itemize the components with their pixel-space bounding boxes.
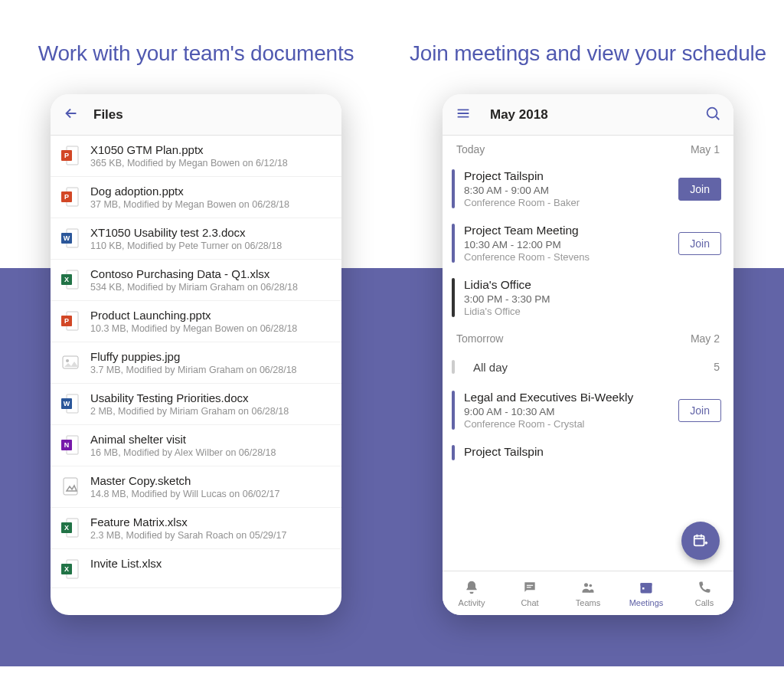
- powerpoint-file-icon: P: [61, 145, 80, 166]
- file-name: Fluffy puppies.jpg: [90, 350, 329, 363]
- phone-meetings: May 2018 TodayMay 1 Project Tailspin 8:3…: [443, 94, 733, 615]
- nav-label: Teams: [576, 598, 600, 607]
- excel-file-icon: X: [61, 517, 80, 538]
- file-meta: 2.3 MB, Modified by Sarah Roach on 05/29…: [90, 530, 329, 541]
- file-row[interactable]: N Animal shelter visit 16 MB, Modified b…: [51, 425, 341, 466]
- column-meetings: Join meetings and view your schedule May…: [392, 0, 784, 697]
- back-arrow-icon[interactable]: [63, 105, 80, 125]
- excel-file-icon: X: [61, 558, 80, 580]
- allday-label: All day: [473, 361, 714, 374]
- meeting-row[interactable]: Project Tailspin 8:30 AM - 9:00 AM Confe…: [443, 162, 733, 216]
- file-row[interactable]: P X1050 GTM Plan.pptx 365 KB, Modified b…: [51, 136, 341, 177]
- file-name: Usability Testing Priorities.docx: [90, 391, 329, 404]
- file-row[interactable]: P Product Launching.pptx 10.3 MB, Modifi…: [51, 301, 341, 342]
- headline-right: Join meetings and view your schedule: [410, 40, 766, 67]
- svg-rect-47: [642, 587, 645, 590]
- powerpoint-file-icon: P: [61, 310, 80, 332]
- meeting-bar: [452, 169, 455, 208]
- file-meta: 14.8 MB, Modified by Will Lucas on 06/02…: [90, 489, 329, 499]
- onenote-file-icon: N: [61, 434, 80, 456]
- file-meta: 16 MB, Modified by Alex Wilber on 06/28/…: [90, 447, 329, 458]
- meeting-bar: [452, 391, 455, 430]
- meeting-row[interactable]: Lidia's Office 3:00 PM - 3:30 PM Lidia's…: [443, 270, 733, 325]
- file-meta: 10.3 MB, Modified by Megan Bowen on 06/2…: [90, 323, 329, 334]
- svg-rect-35: [694, 536, 704, 546]
- file-meta: 3.7 MB, Modified by Miriam Graham on 06/…: [90, 365, 329, 375]
- svg-text:X: X: [64, 524, 69, 532]
- join-button[interactable]: Join: [678, 178, 721, 201]
- svg-rect-23: [64, 478, 77, 495]
- file-row[interactable]: X Contoso Purchasing Data - Q1.xlsx 534 …: [51, 260, 341, 301]
- day-section-header: TomorrowMay 2: [443, 325, 733, 351]
- meeting-row[interactable]: Legal and Executives Bi-Weekly 9:00 AM -…: [443, 383, 733, 437]
- join-button[interactable]: Join: [678, 399, 721, 422]
- nav-item-activity[interactable]: Activity: [443, 571, 501, 615]
- svg-text:P: P: [64, 193, 69, 201]
- day-date: May 2: [691, 332, 720, 345]
- svg-text:X: X: [64, 565, 69, 573]
- svg-point-33: [707, 107, 717, 117]
- file-meta: 365 KB, Modified by Megan Bowen on 6/12/…: [90, 158, 329, 169]
- meeting-location: Lidia's Office: [464, 306, 721, 317]
- file-meta: 2 MB, Modified by Miriam Graham on 06/28…: [90, 406, 329, 417]
- nav-item-chat[interactable]: Chat: [501, 571, 559, 615]
- day-label: Today: [456, 143, 485, 155]
- file-name: XT1050 Usability test 2.3.docx: [90, 226, 329, 239]
- meeting-title: Lidia's Office: [464, 278, 721, 292]
- meetings-body[interactable]: TodayMay 1 Project Tailspin 8:30 AM - 9:…: [443, 136, 733, 571]
- day-section-header: TodayMay 1: [443, 136, 733, 162]
- file-row[interactable]: Master Copy.sketch 14.8 MB, Modified by …: [51, 466, 341, 508]
- meeting-time: 8:30 AM - 9:00 AM: [464, 185, 678, 196]
- meetings-title: May 2018: [490, 107, 548, 123]
- file-name: Product Launching.pptx: [90, 309, 329, 322]
- meeting-row[interactable]: Project Team Meeting 10:30 AM - 12:00 PM…: [443, 216, 733, 270]
- nav-label: Meetings: [629, 598, 664, 607]
- file-row[interactable]: X Invite List.xlsx: [51, 549, 341, 588]
- day-date: May 1: [691, 143, 720, 155]
- search-icon[interactable]: [704, 105, 721, 125]
- svg-text:P: P: [64, 317, 69, 325]
- file-name: Animal shelter visit: [90, 433, 329, 446]
- file-name: Master Copy.sketch: [90, 474, 329, 487]
- file-list[interactable]: P X1050 GTM Plan.pptx 365 KB, Modified b…: [51, 136, 341, 615]
- hamburger-icon[interactable]: [455, 105, 472, 125]
- file-meta: 534 KB, Modified by Miriam Graham on 06/…: [90, 282, 329, 293]
- meeting-title: Project Tailspin: [464, 445, 721, 459]
- file-row[interactable]: X Feature Matrix.xlsx 2.3 MB, Modified b…: [51, 508, 341, 549]
- svg-text:W: W: [64, 400, 70, 407]
- file-row[interactable]: P Dog adoption.pptx 37 MB, Modified by M…: [51, 177, 341, 218]
- nav-item-meetings[interactable]: Meetings: [617, 571, 675, 615]
- svg-text:X: X: [64, 276, 69, 283]
- bottom-nav: ActivityChatTeamsMeetingsCalls: [443, 571, 733, 615]
- activity-icon: [464, 580, 479, 597]
- files-appbar: Files: [51, 94, 341, 136]
- file-row[interactable]: W Usability Testing Priorities.docx 2 MB…: [51, 384, 341, 425]
- day-label: Tomorrow: [456, 332, 503, 345]
- svg-rect-42: [527, 587, 531, 587]
- nav-item-calls[interactable]: Calls: [675, 571, 733, 615]
- word-file-icon: W: [61, 393, 80, 414]
- phone-files: Files P X1050 GTM Plan.pptx 365 KB, Modi…: [51, 94, 341, 615]
- nav-item-teams[interactable]: Teams: [559, 571, 617, 615]
- meeting-title: Project Tailspin: [464, 169, 678, 183]
- files-title: Files: [93, 107, 123, 123]
- svg-text:P: P: [64, 152, 69, 159]
- file-name: Invite List.xlsx: [90, 557, 329, 570]
- svg-text:N: N: [64, 441, 70, 449]
- allday-row[interactable]: All day 5: [443, 351, 733, 383]
- new-meeting-fab[interactable]: [681, 522, 720, 560]
- nav-label: Activity: [459, 598, 485, 607]
- meeting-title: Project Team Meeting: [464, 224, 678, 237]
- meeting-time: 9:00 AM - 10:30 AM: [464, 406, 678, 417]
- meetings-appbar: May 2018: [443, 94, 733, 136]
- meeting-time: 3:00 PM - 3:30 PM: [464, 293, 721, 305]
- meetings-icon: [639, 580, 654, 597]
- file-name: Dog adoption.pptx: [90, 185, 329, 198]
- file-row[interactable]: W XT1050 Usability test 2.3.docx 110 KB,…: [51, 218, 341, 260]
- meeting-row[interactable]: Project Tailspin: [443, 437, 733, 468]
- meeting-bar: [452, 224, 455, 263]
- image-file-icon: [61, 352, 80, 373]
- file-row[interactable]: Fluffy puppies.jpg 3.7 MB, Modified by M…: [51, 342, 341, 384]
- join-button[interactable]: Join: [678, 232, 721, 255]
- meeting-bar: [452, 360, 455, 374]
